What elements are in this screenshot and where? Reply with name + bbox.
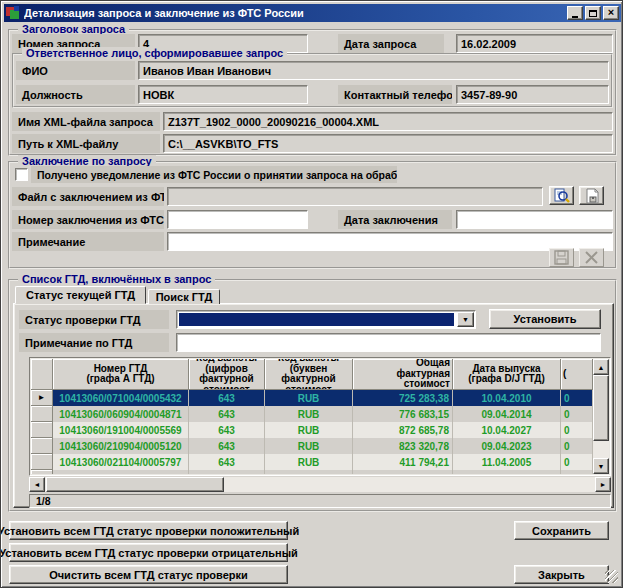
fio-label: ФИО bbox=[16, 61, 135, 80]
table-cell: 10413060/060904/0004871 bbox=[53, 406, 189, 422]
tab-search-gtd-label: Поиск ГТД bbox=[156, 291, 213, 303]
gtd-grid: Номер ГТД (графа А ГТД)Код валюты (цифро… bbox=[29, 357, 611, 476]
table-row[interactable]: 10413060/060904/0004871643RUB776 683,150… bbox=[31, 406, 593, 422]
table-cell: 10.04.2010 bbox=[453, 390, 561, 406]
table-cell: 0 bbox=[561, 422, 593, 438]
grid-column-header[interactable]: Дата выпуска (графа D/J ГТД) bbox=[453, 359, 561, 390]
grid-column-header[interactable]: Номер ГТД (графа А ГТД) bbox=[53, 359, 189, 390]
table-row[interactable]: 10413060/191004/0005569643RUB872 685,781… bbox=[31, 422, 593, 438]
table-cell: 409 853,29 bbox=[353, 470, 453, 474]
table-cell: RUB bbox=[265, 454, 353, 470]
row-selector-cell[interactable] bbox=[31, 470, 53, 474]
chevron-down-icon[interactable]: ▼ bbox=[457, 312, 474, 327]
save-button[interactable]: Сохранить bbox=[514, 521, 609, 540]
close-button[interactable]: × bbox=[603, 6, 619, 20]
conclusion-note-field[interactable] bbox=[167, 232, 613, 251]
grid-column-header[interactable]: Код валюты (цифров фактурной стоимост bbox=[189, 359, 265, 390]
fts-file-field[interactable] bbox=[167, 187, 543, 206]
xml-path-label: Путь к XML-файлу bbox=[12, 134, 160, 153]
request-date-label: Дата запроса bbox=[338, 34, 444, 53]
table-cell: 0 bbox=[561, 470, 593, 474]
table-cell: RUB bbox=[265, 438, 353, 454]
notification-checkbox[interactable] bbox=[15, 168, 28, 181]
grid-column-header[interactable]: Общая фактурная стоимост bbox=[353, 359, 453, 390]
row-selector-cell[interactable] bbox=[31, 406, 53, 422]
xml-path-field[interactable]: C:\__ASVKB\TO_FTS bbox=[163, 134, 613, 153]
row-selector-arrow-icon[interactable]: ► bbox=[31, 390, 53, 406]
resize-grip[interactable] bbox=[605, 570, 618, 583]
conclusion-date-label: Дата заключения bbox=[338, 210, 452, 229]
grid-corner-cell bbox=[31, 359, 53, 390]
maximize-icon bbox=[589, 10, 597, 17]
table-cell: 0 bbox=[561, 454, 593, 470]
grid-horizontal-scrollbar[interactable]: ◄ ► bbox=[29, 477, 611, 492]
close-dialog-button[interactable]: Закрыть bbox=[514, 565, 609, 584]
position-field[interactable]: НОВК bbox=[138, 85, 308, 104]
set-status-button[interactable]: Установить bbox=[489, 309, 601, 329]
table-cell: 10413060/191004/0005569 bbox=[53, 422, 189, 438]
title-bar[interactable]: Детализация запроса и заключение из ФТС … bbox=[4, 4, 621, 22]
gtd-status-label: Статус проверки ГТД bbox=[19, 310, 169, 329]
table-cell: 09.04.2014 bbox=[453, 406, 561, 422]
position-label: Должность bbox=[16, 85, 135, 104]
table-row[interactable]: ►10413060/071004/0005432643RUB725 283,38… bbox=[31, 390, 593, 406]
tab-search-gtd[interactable]: Поиск ГТД bbox=[148, 289, 220, 304]
table-cell: 643 bbox=[189, 406, 265, 422]
horizontal-scroll-thumb[interactable] bbox=[46, 477, 224, 492]
grid-column-header[interactable]: ( bbox=[561, 359, 593, 390]
dialog-window: Детализация запроса и заключение из ФТС … bbox=[0, 0, 623, 588]
set-all-positive-button[interactable]: Установить всем ГТД статус проверки поло… bbox=[9, 521, 288, 540]
vertical-scroll-thumb[interactable] bbox=[593, 375, 609, 441]
table-cell: 643 bbox=[189, 454, 265, 470]
table-cell: 0 bbox=[561, 390, 593, 406]
phone-field[interactable]: 3457-89-90 bbox=[456, 85, 609, 104]
table-cell: 823 320,78 bbox=[353, 438, 453, 454]
fts-file-label: Файл с заключением из ФТС bbox=[12, 187, 164, 206]
request-date-field[interactable]: 16.02.2009 bbox=[456, 34, 613, 53]
table-cell: RUB bbox=[265, 470, 353, 474]
gtd-note-label: Примечание по ГТД bbox=[19, 333, 169, 352]
set-all-negative-button[interactable]: Установить всем ГТД статус проверки отри… bbox=[9, 543, 288, 562]
table-row[interactable]: 10413060/021104/0005797643RUB411 794,211… bbox=[31, 454, 593, 470]
conclusion-date-field[interactable] bbox=[456, 210, 613, 229]
gtd-status-combobox[interactable]: ▼ bbox=[176, 310, 476, 329]
minimize-button[interactable] bbox=[567, 6, 583, 20]
table-cell: 776 683,15 bbox=[353, 406, 453, 422]
table-cell: RUB bbox=[265, 422, 353, 438]
responsible-person-caption: Ответственное лицо, сформировавшее запро… bbox=[22, 47, 287, 59]
row-selector-cell[interactable] bbox=[31, 438, 53, 454]
conclusion-number-field[interactable] bbox=[167, 210, 308, 229]
grid-vertical-scrollbar[interactable]: ▲ ▼ bbox=[593, 359, 609, 474]
table-cell: 11.04.2005 bbox=[453, 454, 561, 470]
grid-column-header[interactable]: Код валюты (буквен фактурной стоимост bbox=[265, 359, 353, 390]
table-cell: 10413060/140704/0003061 bbox=[53, 470, 189, 474]
open-file-icon bbox=[584, 188, 600, 204]
table-cell: 07.04.2015 bbox=[453, 470, 561, 474]
maximize-button[interactable] bbox=[585, 6, 601, 20]
table-row[interactable]: 10413060/210904/0005120643RUB823 320,780… bbox=[31, 438, 593, 454]
scroll-left-icon[interactable]: ◄ bbox=[29, 477, 45, 492]
scroll-up-icon[interactable]: ▲ bbox=[593, 359, 609, 375]
row-selector-cell[interactable] bbox=[31, 422, 53, 438]
notification-label: Получено уведомление из ФТС России о при… bbox=[31, 166, 397, 183]
grid-position-value: 1/8 bbox=[36, 495, 51, 507]
gtd-grid-body: Номер ГТД (графа А ГТД)Код валюты (цифро… bbox=[31, 359, 593, 474]
clear-all-status-button[interactable]: Очистить всем ГТД статус проверки bbox=[9, 565, 288, 584]
table-row[interactable]: 10413060/140704/0003061643RUB409 853,290… bbox=[31, 470, 593, 474]
xml-name-field[interactable]: Z137T_1902_0000_20090216_00004.XML bbox=[163, 112, 613, 131]
table-cell: 0 bbox=[561, 406, 593, 422]
save-conclusion-button bbox=[549, 248, 574, 267]
xml-name-label: Имя XML-файла запроса bbox=[12, 112, 160, 131]
table-cell: 643 bbox=[189, 422, 265, 438]
browse-file-button[interactable] bbox=[549, 186, 574, 205]
scroll-down-icon[interactable]: ▼ bbox=[593, 458, 609, 474]
conclusion-note-label: Примечание bbox=[12, 232, 164, 251]
scroll-right-icon[interactable]: ► bbox=[595, 477, 611, 492]
open-file-button[interactable] bbox=[579, 186, 604, 205]
phone-label: Контактный телефон bbox=[338, 85, 452, 104]
fio-field[interactable]: Иванов Иван Иванович bbox=[138, 61, 609, 80]
row-selector-cell[interactable] bbox=[31, 454, 53, 470]
table-cell: RUB bbox=[265, 390, 353, 406]
gtd-note-field[interactable] bbox=[176, 333, 601, 352]
tab-current-gtd-status[interactable]: Статус текущей ГТД bbox=[15, 286, 146, 304]
